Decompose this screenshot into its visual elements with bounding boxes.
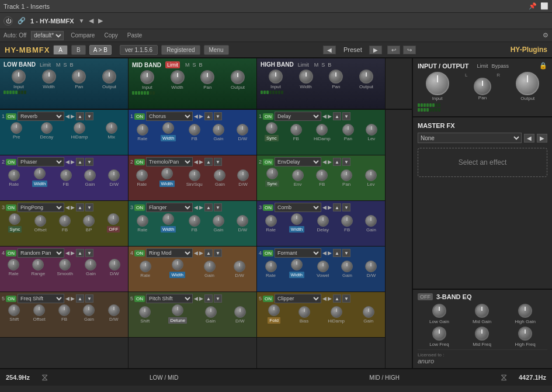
high-gain-knob[interactable]: [518, 304, 532, 318]
redo-button[interactable]: ↪: [403, 46, 416, 54]
slot-select[interactable]: Delay: [275, 112, 321, 121]
tr-gain-knob[interactable]: [214, 169, 225, 181]
slot-down[interactable]: ▼: [342, 158, 350, 166]
ch-fb-knob[interactable]: [189, 124, 200, 136]
slot-up[interactable]: ▲: [76, 294, 84, 303]
prev-instance[interactable]: ◀: [89, 17, 93, 25]
slot-next[interactable]: ▶: [71, 250, 75, 256]
tr-sinsqu-knob[interactable]: [189, 169, 200, 181]
slot-on-btn[interactable]: ON: [263, 296, 273, 302]
slot-select[interactable]: Random Pan: [18, 248, 64, 258]
mid-output-knob[interactable]: [231, 70, 245, 84]
slot-on-btn[interactable]: ON: [263, 204, 273, 211]
slot-down[interactable]: ▼: [85, 203, 93, 211]
slot-next[interactable]: ▶: [71, 113, 75, 119]
co-gain-knob[interactable]: [365, 215, 377, 227]
pin-icon[interactable]: 📌: [529, 2, 537, 10]
fo-rate-knob[interactable]: [265, 261, 277, 272]
slot-prev[interactable]: ◀: [65, 250, 70, 256]
ch-gain-knob[interactable]: [213, 124, 224, 136]
eq-off-btn[interactable]: OFF: [418, 293, 433, 300]
slot-select[interactable]: Phaser: [18, 157, 64, 166]
link-icon[interactable]: 🔗: [18, 17, 26, 25]
slot-up[interactable]: ▲: [204, 112, 213, 120]
dl-fb-knob[interactable]: [290, 124, 302, 136]
slot-prev[interactable]: ◀: [65, 204, 70, 210]
fo-gain-knob[interactable]: [341, 261, 353, 272]
slot-on-btn[interactable]: ON: [134, 159, 145, 165]
cl-bias-knob[interactable]: [298, 306, 310, 318]
phaser-mod-knob[interactable]: [34, 168, 46, 179]
slot-next[interactable]: ▶: [328, 250, 332, 256]
ps-gain-knob[interactable]: [205, 306, 217, 318]
high-band-b[interactable]: B: [328, 62, 331, 68]
fs-fb-knob[interactable]: [58, 304, 70, 316]
rp-rate-knob[interactable]: [8, 259, 19, 270]
slot-prev[interactable]: ◀: [322, 250, 327, 256]
slot-next[interactable]: ▶: [199, 159, 203, 165]
dropdown-icon[interactable]: ▼: [79, 18, 85, 24]
paste-button[interactable]: Paste: [125, 32, 145, 39]
crossover-left-icon[interactable]: ⧖: [41, 372, 48, 383]
slot-prev[interactable]: ◀: [322, 296, 327, 301]
io-input-knob[interactable]: [426, 72, 449, 95]
fl-fb-knob[interactable]: [189, 215, 200, 227]
slot-prev[interactable]: ◀: [65, 113, 70, 119]
slot-prev[interactable]: ◀: [65, 159, 70, 165]
slot-on-btn[interactable]: ON: [263, 159, 273, 165]
slot-next[interactable]: ▶: [71, 204, 75, 210]
slot-down[interactable]: ▼: [342, 203, 350, 211]
float-icon[interactable]: ⬜: [540, 2, 548, 10]
rp-dw-knob[interactable]: [109, 259, 120, 270]
low-band-b[interactable]: B: [70, 62, 74, 68]
fl-dw-knob[interactable]: [237, 215, 248, 227]
slot-down[interactable]: ▼: [214, 294, 222, 303]
fl-rate-knob[interactable]: [137, 215, 148, 227]
mid-input-knob[interactable]: [140, 70, 154, 84]
mid-band-limit[interactable]: Limit: [165, 61, 180, 68]
slot-next[interactable]: ▶: [71, 296, 75, 301]
crossover-right-icon[interactable]: ⧖: [501, 372, 507, 383]
slot-select[interactable]: Freq Shift: [18, 294, 64, 303]
ch-dw-knob[interactable]: [237, 124, 248, 136]
slot-down[interactable]: ▼: [342, 249, 350, 257]
dl-pan-knob[interactable]: [342, 124, 354, 136]
slot-prev[interactable]: ◀: [65, 296, 70, 301]
ch-rate-knob[interactable]: [137, 124, 148, 136]
low-freq-knob[interactable]: [432, 327, 446, 341]
prev-preset[interactable]: ◀: [323, 46, 336, 54]
slot-next[interactable]: ▶: [328, 204, 332, 210]
dl-lev-knob[interactable]: [366, 124, 377, 136]
settings-icon[interactable]: ⚙: [543, 32, 548, 39]
slot-down[interactable]: ▼: [342, 294, 350, 303]
fo-dw-knob[interactable]: [365, 261, 377, 272]
phaser-rate-knob[interactable]: [8, 169, 20, 181]
ed-pan-knob[interactable]: [341, 169, 352, 181]
slot-select[interactable]: Comb: [275, 203, 321, 212]
slot-on-btn[interactable]: ON: [6, 296, 16, 302]
slot-prev[interactable]: ◀: [322, 159, 327, 165]
pp-fb-knob[interactable]: [59, 215, 71, 227]
slot-down[interactable]: ▼: [214, 158, 222, 166]
io-lock-icon[interactable]: 🔒: [539, 62, 547, 70]
high-input-knob[interactable]: [269, 70, 283, 84]
slot-down[interactable]: ▼: [342, 112, 350, 120]
io-pan-knob[interactable]: [474, 78, 491, 95]
slot-down[interactable]: ▼: [214, 112, 222, 120]
mid-gain-knob[interactable]: [475, 304, 489, 318]
mid-band-s[interactable]: S: [193, 62, 196, 68]
low-band-s[interactable]: S: [64, 62, 67, 68]
slot-next[interactable]: ▶: [199, 250, 203, 256]
tr-dw-knob[interactable]: [237, 169, 249, 181]
co-rate-knob[interactable]: [265, 215, 277, 227]
slot-next[interactable]: ▶: [199, 113, 203, 119]
slot-next[interactable]: ▶: [199, 296, 203, 301]
slot-next[interactable]: ▶: [328, 113, 332, 119]
low-input-knob[interactable]: [12, 70, 26, 84]
slot-prev[interactable]: ◀: [194, 204, 198, 210]
slot-select[interactable]: Clipper: [275, 294, 321, 303]
low-band-limit[interactable]: Limit: [40, 62, 51, 68]
slot-on-btn[interactable]: ON: [134, 296, 145, 302]
mid-width-knob[interactable]: [171, 70, 185, 84]
copy-button[interactable]: Copy: [102, 32, 120, 39]
